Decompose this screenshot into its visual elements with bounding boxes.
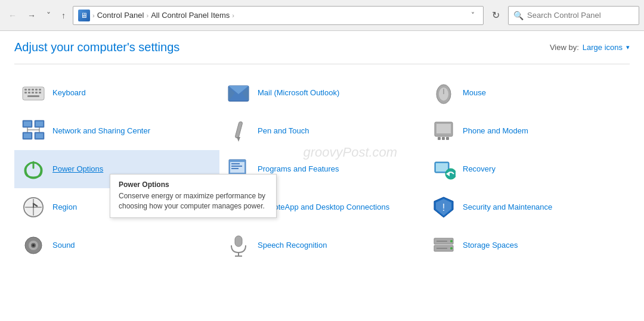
keyboard-icon xyxy=(21,81,45,105)
svg-rect-35 xyxy=(442,137,445,140)
svg-rect-10 xyxy=(39,92,41,94)
item-power[interactable]: Power Options Power Options Conserve ene… xyxy=(14,150,219,188)
breadcrumb-all-items[interactable]: All Control Panel Items xyxy=(151,11,230,20)
search-box[interactable]: 🔍 xyxy=(508,6,639,25)
phone-label: Phone and Modem xyxy=(463,126,528,136)
address-bar[interactable]: 🖥 › Control Panel › All Control Panel It… xyxy=(73,6,484,25)
chevron-down-icon: ˅ xyxy=(471,11,475,20)
item-sound[interactable]: Sound xyxy=(14,226,219,264)
svg-rect-9 xyxy=(35,92,38,94)
svg-rect-24 xyxy=(24,133,31,138)
item-security[interactable]: ! Security and Maintenance xyxy=(425,188,630,226)
svg-rect-1 xyxy=(24,89,27,91)
refresh-button[interactable]: ↻ xyxy=(487,7,504,23)
svg-rect-36 xyxy=(446,137,449,140)
toolbar: ← → ˅ ↑ 🖥 › Control Panel › All Control … xyxy=(0,0,644,31)
main-content: Adjust your computer's settings View by:… xyxy=(0,31,644,274)
forward-button[interactable]: → xyxy=(24,8,39,23)
storage-label: Storage Spaces xyxy=(463,241,518,251)
item-keyboard[interactable]: Keyboard xyxy=(14,74,219,112)
breadcrumb-separator-2: › xyxy=(232,12,234,19)
phone-icon xyxy=(432,119,456,143)
item-remoteapp[interactable]: RemoteApp and Desktop Connections xyxy=(219,188,425,226)
back-button[interactable]: ← xyxy=(5,8,20,23)
speech-icon xyxy=(227,233,250,257)
address-icon: 🖥 xyxy=(78,10,90,21)
region-label: Region xyxy=(52,202,77,213)
item-phone[interactable]: Phone and Modem xyxy=(425,112,630,150)
svg-point-73 xyxy=(450,247,453,250)
programs-icon xyxy=(227,157,250,181)
view-by-arrow-icon: ▾ xyxy=(626,43,630,51)
svg-rect-7 xyxy=(28,92,30,94)
refresh-icon: ↻ xyxy=(492,10,500,20)
recent-locations-button[interactable]: ˅ xyxy=(43,8,54,23)
remoteapp-icon xyxy=(227,195,250,219)
power-label: Power Options xyxy=(52,164,103,174)
forward-icon: → xyxy=(27,11,36,20)
pen-icon xyxy=(227,119,250,143)
divider xyxy=(14,64,630,64)
svg-text:!: ! xyxy=(442,202,445,213)
svg-rect-26 xyxy=(36,133,43,138)
svg-rect-46 xyxy=(436,163,448,172)
svg-rect-2 xyxy=(28,89,30,91)
view-by-label: View by: xyxy=(550,43,579,52)
svg-rect-33 xyxy=(436,124,451,133)
svg-rect-3 xyxy=(32,89,34,91)
svg-rect-11 xyxy=(27,95,39,97)
svg-point-72 xyxy=(450,240,453,242)
svg-rect-30 xyxy=(235,121,243,139)
speech-label: Speech Recognition xyxy=(258,241,327,251)
breadcrumb: › Control Panel › All Control Panel Item… xyxy=(92,11,234,20)
breadcrumb-control-panel[interactable]: Control Panel xyxy=(97,11,144,20)
svg-rect-34 xyxy=(438,137,441,140)
mouse-label: Mouse xyxy=(463,88,486,98)
sound-label: Sound xyxy=(52,241,75,251)
svg-rect-41 xyxy=(231,163,240,164)
svg-rect-5 xyxy=(39,89,41,91)
up-icon: ↑ xyxy=(61,11,66,20)
svg-rect-67 xyxy=(235,236,242,247)
item-recovery[interactable]: Recovery xyxy=(425,150,630,188)
search-input[interactable] xyxy=(527,11,634,20)
svg-point-66 xyxy=(32,244,35,247)
header-row: Adjust your computer's settings View by:… xyxy=(14,40,630,54)
mouse-icon xyxy=(432,81,456,105)
svg-rect-42 xyxy=(231,166,242,167)
address-dropdown-button[interactable]: ˅ xyxy=(467,10,478,21)
mail-icon xyxy=(227,81,250,105)
recovery-icon xyxy=(432,157,456,181)
pen-label: Pen and Touch xyxy=(258,126,309,136)
view-by-value[interactable]: Large icons xyxy=(583,43,623,52)
item-programs[interactable]: Programs and Features xyxy=(219,150,425,188)
up-button[interactable]: ↑ xyxy=(58,8,69,23)
page-title: Adjust your computer's settings xyxy=(14,40,179,54)
keyboard-label: Keyboard xyxy=(52,88,86,98)
search-icon: 🔍 xyxy=(513,11,524,20)
back-icon: ← xyxy=(8,11,17,20)
svg-rect-8 xyxy=(32,92,34,94)
item-pen[interactable]: Pen and Touch xyxy=(219,112,425,150)
security-icon: ! xyxy=(432,195,456,219)
items-grid: Keyboard Mail (Microsoft Outlook) xyxy=(14,74,630,264)
svg-rect-59 xyxy=(230,206,244,212)
item-mail[interactable]: Mail (Microsoft Outlook) xyxy=(219,74,425,112)
item-region[interactable]: Region xyxy=(14,188,219,226)
item-mouse[interactable]: Mouse xyxy=(425,74,630,112)
programs-label: Programs and Features xyxy=(258,164,339,174)
svg-rect-4 xyxy=(35,89,38,91)
mail-label: Mail (Microsoft Outlook) xyxy=(258,88,339,98)
view-by-control[interactable]: View by: Large icons ▾ xyxy=(550,43,630,52)
network-label: Network and Sharing Center xyxy=(52,126,150,136)
svg-rect-20 xyxy=(24,121,31,126)
svg-marker-31 xyxy=(237,137,240,142)
item-storage[interactable]: Storage Spaces xyxy=(425,226,630,264)
region-icon xyxy=(21,195,45,219)
breadcrumb-chevron: › xyxy=(92,12,95,19)
item-speech[interactable]: Speech Recognition xyxy=(219,226,425,264)
svg-rect-43 xyxy=(231,168,239,169)
svg-rect-22 xyxy=(36,121,43,126)
item-network[interactable]: Network and Sharing Center xyxy=(14,112,219,150)
down-icon: ˅ xyxy=(47,11,51,20)
